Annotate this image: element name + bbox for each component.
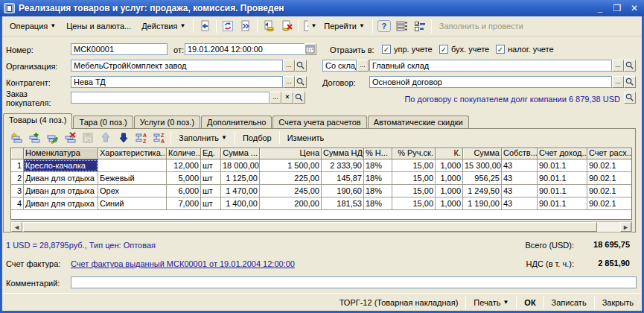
list-settings-button[interactable] xyxy=(393,18,411,34)
table-cell[interactable]: 1,000 xyxy=(436,197,463,210)
table-cell[interactable]: 1 125,00 xyxy=(221,172,260,185)
table-cell[interactable]: 90.01.1 xyxy=(538,172,587,185)
scroll-left-button[interactable]: ◄ xyxy=(11,222,22,232)
table-cell[interactable]: 3 xyxy=(11,185,24,197)
warehouse-field[interactable]: Главный склад xyxy=(369,60,612,72)
column-header[interactable]: Номенклатура xyxy=(24,148,98,159)
customer-order-clear-button[interactable]: × xyxy=(281,92,293,104)
table-cell[interactable]: 90.02.1 xyxy=(587,172,632,185)
table-cell[interactable]: 225,00 xyxy=(260,172,322,185)
table-cell[interactable]: 5,000 xyxy=(167,172,201,185)
table-cell[interactable]: 90.02.1 xyxy=(587,197,632,210)
book-accounting-checkbox[interactable]: ✓бух. учете xyxy=(439,45,489,54)
invoice-link[interactable]: Счет фактура выданный МСК00001 от 19.01.… xyxy=(71,259,295,268)
table-cell[interactable]: 1 190,00 xyxy=(463,197,502,210)
date-field[interactable]: 19.01.2004 12:00:00 xyxy=(185,43,305,55)
table-cell[interactable]: 15 300,00 xyxy=(463,159,502,172)
table-cell[interactable]: 12,000 xyxy=(167,159,201,172)
column-header[interactable]: Собств... xyxy=(502,148,538,159)
prices-currency-button[interactable]: Цены и валюта... xyxy=(61,18,136,34)
write-button[interactable]: Записать xyxy=(546,295,592,310)
column-header[interactable]: Сумма НДС xyxy=(322,148,364,159)
table-cell[interactable]: 1,000 xyxy=(436,172,463,185)
change-button[interactable]: Изменить xyxy=(282,130,330,146)
table-cell[interactable] xyxy=(98,159,167,172)
tab-settlement-accounts[interactable]: Счета учета расчетов xyxy=(272,116,366,129)
table-row[interactable]: 2Диван для отдыхаБежевый5,000шт1 125,002… xyxy=(11,172,631,185)
table-cell[interactable]: 90.02.1 xyxy=(587,185,632,197)
debt-info-open-button[interactable] xyxy=(624,92,636,104)
column-header[interactable]: Счет доход... xyxy=(538,148,587,159)
table-cell[interactable]: 15,00 xyxy=(392,172,436,185)
customer-order-open-button[interactable] xyxy=(293,92,305,104)
table-cell[interactable]: шт xyxy=(201,197,221,210)
delete-row-button[interactable] xyxy=(61,130,79,146)
cancel-posting-button[interactable] xyxy=(278,18,296,34)
column-header[interactable]: Счет расх.. xyxy=(587,148,632,159)
contract-select-button[interactable]: ... xyxy=(612,76,624,88)
table-cell[interactable]: 956,25 xyxy=(463,172,502,185)
print-menu-button[interactable]: Печать▼ xyxy=(468,295,514,310)
counterparty-select-button[interactable]: ... xyxy=(283,76,295,88)
table-cell[interactable]: шт xyxy=(201,159,221,172)
fill-menu-button[interactable]: Заполнить▼ xyxy=(173,130,232,146)
table-cell[interactable]: 1 xyxy=(11,159,24,172)
table-cell[interactable]: 1 249,50 xyxy=(463,185,502,197)
organization-open-button[interactable] xyxy=(295,60,307,72)
fill-and-post-button[interactable]: Заполнить и провести xyxy=(434,18,529,34)
pick-button[interactable]: Подбор xyxy=(237,130,277,146)
table-cell[interactable]: 90.02.1 xyxy=(587,159,632,172)
table-cell[interactable]: 15,00 xyxy=(392,197,436,210)
close-button[interactable]: ✕ xyxy=(628,3,640,13)
calendar-button[interactable] xyxy=(305,43,316,55)
organization-select-button[interactable]: ... xyxy=(283,60,295,72)
sort-za-button[interactable]: ZA xyxy=(150,130,168,146)
table-cell[interactable]: 190,60 xyxy=(322,185,364,197)
horizontal-scrollbar[interactable]: ◄ ► xyxy=(10,221,632,233)
tab-additional[interactable]: Дополнительно xyxy=(201,116,272,129)
post-document-button[interactable] xyxy=(237,18,255,34)
scrollbar-thumb[interactable] xyxy=(23,222,597,232)
goto-menu-button[interactable]: Перейти▼ xyxy=(319,18,370,34)
edit-row-button[interactable] xyxy=(43,130,61,146)
table-cell[interactable]: 2 333,90 xyxy=(322,159,364,172)
table-cell[interactable]: Диван для отдыха xyxy=(24,185,98,197)
add-row-button[interactable] xyxy=(7,130,25,146)
repost-button[interactable] xyxy=(219,18,237,34)
table-cell[interactable]: 1 400,00 xyxy=(221,197,260,210)
copy-document-button[interactable]: ▼ xyxy=(301,18,319,34)
table-cell[interactable]: 1 470,00 xyxy=(221,185,260,197)
goods-table[interactable]: НоменклатураХарактеристика...Количе...Ед… xyxy=(10,148,632,220)
scroll-right-button[interactable]: ► xyxy=(620,222,631,232)
operation-menu-button[interactable]: Операция▼ xyxy=(4,18,61,34)
table-cell[interactable]: 245,00 xyxy=(260,185,322,197)
table-cell[interactable]: 90.01.1 xyxy=(538,197,587,210)
counterparty-field[interactable]: Нева ТД xyxy=(71,76,283,88)
table-cell[interactable]: 18 000,00 xyxy=(221,159,260,172)
table-cell[interactable]: 18% xyxy=(364,185,392,197)
table-cell[interactable]: Бежевый xyxy=(98,172,167,185)
table-cell[interactable]: 7,000 xyxy=(167,197,201,210)
table-cell[interactable]: 145,87 xyxy=(322,172,364,185)
management-accounting-checkbox[interactable]: ✓упр. учете xyxy=(382,45,433,54)
tab-goods[interactable]: Товары (4 поз.) xyxy=(3,113,72,129)
table-cell[interactable]: 90.01.1 xyxy=(538,159,587,172)
column-header[interactable]: Ед. xyxy=(201,148,221,159)
tab-services[interactable]: Услуги (0 поз.) xyxy=(134,116,200,129)
ok-button[interactable]: ОК xyxy=(519,295,541,310)
contract-open-button[interactable] xyxy=(624,76,636,88)
table-cell[interactable]: 15,00 xyxy=(392,159,436,172)
table-cell[interactable]: 43 xyxy=(502,159,538,172)
table-row[interactable]: 4Диван для отдыхаСиний7,000шт1 400,00200… xyxy=(11,197,631,210)
warehouse-mode-select-button[interactable]: ... xyxy=(357,60,369,72)
table-cell[interactable]: 18% xyxy=(364,172,392,185)
maximize-button[interactable]: ❐ xyxy=(611,3,623,13)
end-edit-button[interactable]: OK xyxy=(79,130,97,146)
customer-order-field[interactable] xyxy=(71,92,270,104)
table-cell[interactable]: 43 xyxy=(502,172,538,185)
copy-row-button[interactable] xyxy=(25,130,43,146)
minimize-button[interactable]: _ xyxy=(594,3,606,13)
column-header[interactable] xyxy=(11,148,24,159)
contract-field[interactable]: Основной договор xyxy=(369,76,612,88)
table-cell[interactable]: 18% xyxy=(364,159,392,172)
